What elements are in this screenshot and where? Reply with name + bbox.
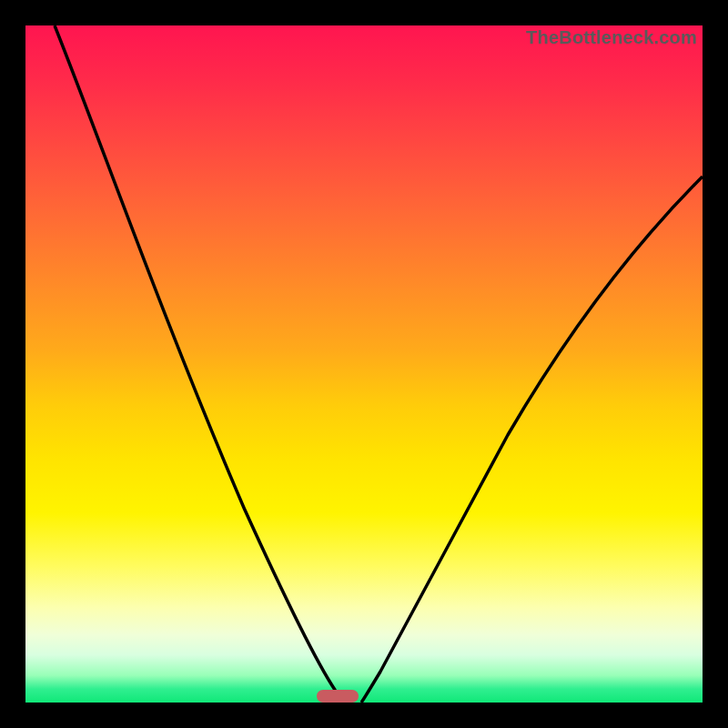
watermark-text: TheBottleneck.com bbox=[526, 27, 697, 48]
chart-frame bbox=[0, 0, 728, 728]
